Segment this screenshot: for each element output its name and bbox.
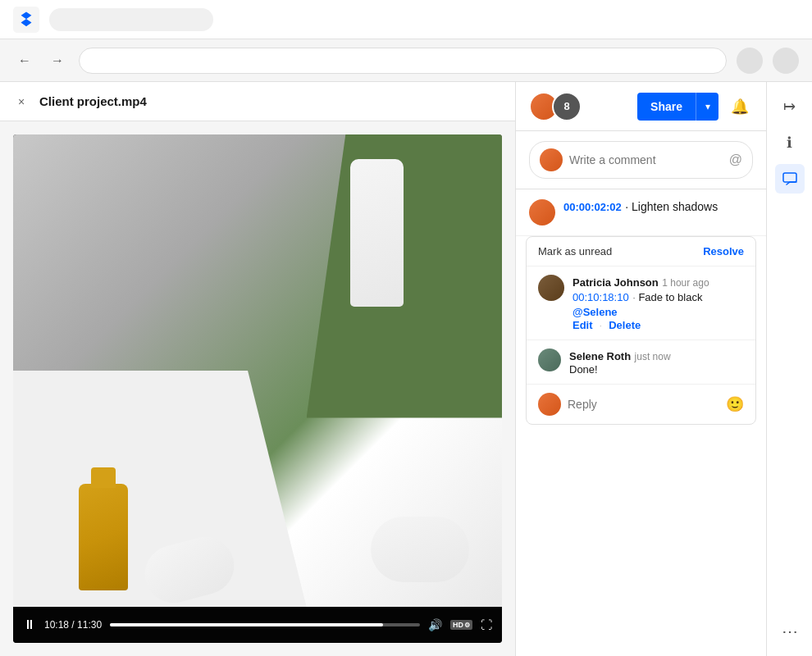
- reply-input-row: 🙂: [527, 384, 755, 424]
- bottle-white-round: [371, 517, 469, 582]
- more-sidebar-icon[interactable]: ⋯: [775, 617, 805, 646]
- reply-author-line: Selene Roth just now: [569, 348, 744, 363]
- info-sidebar-icon[interactable]: ℹ: [775, 128, 805, 157]
- comment-body: 00:00:02:02 · Lighten shadows: [563, 199, 753, 226]
- bottle-yellow: [79, 484, 128, 590]
- reply-time: just now: [635, 351, 671, 362]
- action-separator: ·: [600, 319, 603, 331]
- thread-time: 1 hour ago: [662, 277, 709, 289]
- reply-comment: Selene Roth just now Done!: [527, 339, 755, 384]
- green-bg: [307, 134, 502, 418]
- thread-mention: @Selene: [573, 306, 618, 318]
- video-panel: × Client project.mp4 ⏸ 10:18 / 11:30: [0, 82, 515, 656]
- thread-main-comment: Patricia Johnson 1 hour ago 00:10:18:10 …: [527, 266, 755, 339]
- svg-rect-1: [783, 173, 796, 182]
- chat-sidebar-icon[interactable]: [775, 164, 805, 194]
- bottle-white-tall: [350, 159, 404, 307]
- reply-text: Done!: [569, 363, 744, 376]
- resolve-button[interactable]: Resolve: [703, 245, 744, 257]
- comment-input-area: @: [516, 131, 766, 189]
- dropbox-logo: [13, 7, 39, 33]
- reply-avatar: [538, 348, 561, 371]
- reply-body: Selene Roth just now Done!: [569, 348, 744, 376]
- comment-list: 00:00:02:02 · Lighten shadows Mark as un…: [516, 189, 766, 656]
- forward-button[interactable]: →: [46, 49, 69, 72]
- pause-button[interactable]: ⏸: [23, 617, 36, 632]
- back-button[interactable]: ←: [13, 49, 36, 72]
- avatar-count: 8: [552, 92, 582, 121]
- notification-bell-icon[interactable]: 🔔: [727, 93, 753, 120]
- comments-header: 8 Share ▾ 🔔: [516, 82, 766, 131]
- chat-icon: [782, 171, 798, 187]
- thread-body: Patricia Johnson 1 hour ago 00:10:18:10 …: [573, 275, 744, 331]
- time-display: 10:18 / 11:30: [44, 619, 102, 631]
- menu-circle[interactable]: [773, 48, 799, 74]
- right-sidebar: ↦ ℹ ⋯: [766, 82, 812, 656]
- emoji-icon[interactable]: 🙂: [726, 395, 744, 413]
- control-icons: 🔊 HD ⚙ ⛶: [428, 618, 492, 631]
- url-input[interactable]: [79, 48, 727, 74]
- comment-item: 00:00:02:02 · Lighten shadows: [516, 189, 766, 236]
- thread-author-line: Patricia Johnson 1 hour ago: [573, 275, 744, 289]
- comment-input-row: @: [529, 141, 753, 179]
- profile-circle[interactable]: [737, 48, 763, 74]
- share-button[interactable]: Share: [637, 93, 696, 121]
- comment-user-avatar: [529, 199, 555, 226]
- exit-sidebar-icon[interactable]: ↦: [775, 92, 805, 121]
- at-mention-icon[interactable]: @: [729, 153, 742, 167]
- address-bar-chrome[interactable]: [49, 8, 213, 31]
- file-title: Client project.mp4: [39, 94, 147, 108]
- comments-panel: 8 Share ▾ 🔔 @ 00:00:02:02 ·: [515, 82, 766, 656]
- comment-text: ·: [625, 200, 632, 213]
- avatar-group: 8: [529, 92, 582, 121]
- reply-input[interactable]: [568, 398, 719, 411]
- video-thumbnail: [13, 134, 502, 607]
- thread-timestamp-line: 00:10:18:10 · Fade to black: [573, 289, 744, 304]
- thread-actions: Edit · Delete: [573, 319, 744, 331]
- volume-icon[interactable]: 🔊: [428, 618, 442, 631]
- delete-button[interactable]: Delete: [609, 319, 641, 331]
- progress-bar[interactable]: [110, 623, 420, 626]
- progress-fill: [110, 623, 383, 626]
- video-header: × Client project.mp4: [0, 82, 515, 121]
- thread-card: Mark as unread Resolve Patricia Johnson …: [526, 236, 756, 425]
- thread-mention-line: @Selene: [573, 304, 744, 319]
- thread-username: Patricia Johnson: [573, 276, 659, 289]
- comment-text-content: Lighten shadows: [632, 200, 718, 213]
- close-button[interactable]: ×: [13, 93, 30, 110]
- share-button-group: Share ▾: [637, 93, 718, 121]
- edit-button[interactable]: Edit: [573, 319, 593, 331]
- hd-badge: HD ⚙: [450, 620, 472, 630]
- comment-avatar: [540, 148, 563, 171]
- mark-unread-label[interactable]: Mark as unread: [538, 245, 612, 257]
- thread-header: Mark as unread Resolve: [527, 237, 755, 266]
- share-dropdown-button[interactable]: ▾: [696, 93, 718, 121]
- video-controls: ⏸ 10:18 / 11:30 🔊 HD ⚙ ⛶: [13, 607, 502, 643]
- browser-nav-bar: ← →: [0, 39, 812, 82]
- reply-input-avatar: [538, 393, 561, 416]
- comment-input[interactable]: [569, 153, 723, 166]
- reply-username: Selene Roth: [569, 350, 631, 362]
- video-container: ⏸ 10:18 / 11:30 🔊 HD ⚙ ⛶: [13, 134, 502, 643]
- chrome-bar: [0, 0, 812, 39]
- main-area: × Client project.mp4 ⏸ 10:18 / 11:30: [0, 82, 812, 656]
- thread-author-avatar: [538, 275, 564, 301]
- fullscreen-icon[interactable]: ⛶: [481, 618, 492, 631]
- thread-timestamp-link[interactable]: 00:10:18:10: [573, 291, 629, 303]
- comment-timestamp[interactable]: 00:00:02:02: [563, 201, 622, 213]
- thread-comment-text: Fade to black: [638, 291, 702, 303]
